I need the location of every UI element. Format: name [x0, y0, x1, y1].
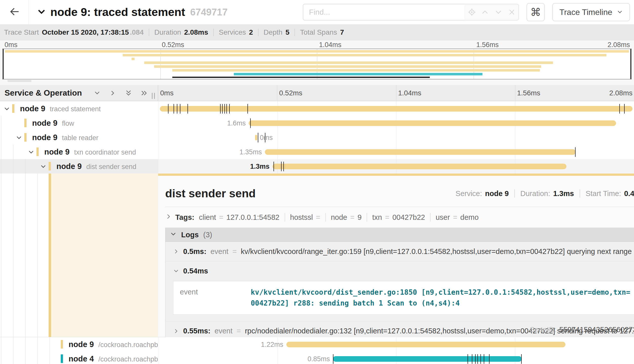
span-row-timeline-cell[interactable]: 1.35ms: [158, 145, 634, 159]
span-row[interactable]: node 9flow1.6ms: [0, 116, 634, 130]
span-row[interactable]: node 9/cockroach.roachpb.I...1.22ms: [0, 337, 634, 352]
tag-item[interactable]: node=9: [331, 213, 362, 222]
keyboard-shortcuts-button[interactable]: ⌘: [526, 3, 545, 21]
span-row[interactable]: node 9traced statement: [0, 101, 634, 116]
columns-header: Service & Operation: [0, 85, 634, 101]
chevron-down-icon[interactable]: [28, 149, 34, 155]
column-resize-handle[interactable]: [152, 93, 155, 99]
span-row[interactable]: node 9dist sender send1.3ms: [0, 159, 634, 174]
arrow-left-icon: [9, 6, 20, 18]
span-row-timeline-cell[interactable]: [158, 101, 634, 116]
span-duration-bar[interactable]: [333, 356, 522, 362]
span-row-label[interactable]: node 4/cockroach.roachpb.I...: [69, 354, 167, 363]
chevron-down-icon[interactable]: [4, 105, 10, 112]
span-row-timeline-cell[interactable]: 1.6ms: [158, 116, 634, 130]
span-row-label[interactable]: node 9txn coordinator send: [44, 147, 136, 157]
tree-guide-line: [13, 174, 13, 337]
chevron-down-icon[interactable]: [37, 7, 46, 17]
tag-key: hostssl: [290, 213, 313, 222]
log-event-tick: [477, 354, 478, 364]
service-name: node 9: [69, 340, 94, 349]
service-color-chip: [61, 340, 63, 349]
span-row-label[interactable]: node 9traced statement: [20, 104, 101, 113]
tags-row[interactable]: Tags: client=127.0.0.1:54582hostssl=node…: [165, 213, 634, 222]
log-event-tick: [174, 104, 174, 114]
span-row-timeline-cell[interactable]: 1.22ms: [158, 337, 634, 352]
tag-value: demo: [460, 213, 479, 222]
log-timestamp: 0.55ms:: [183, 327, 210, 335]
span-row-name-cell[interactable]: node 9traced statement: [0, 101, 158, 116]
back-button[interactable]: [0, 0, 29, 24]
equals-sign: =: [316, 213, 320, 222]
span-duration-bar[interactable]: [286, 342, 566, 347]
tag-item[interactable]: user=demo: [436, 213, 479, 222]
tag-item[interactable]: client=127.0.0.1:54582: [199, 213, 279, 222]
log-event-tick: [624, 104, 625, 114]
span-row[interactable]: node 4/cockroach.roachpb.I...0.85ms: [0, 352, 634, 364]
chevron-down-icon[interactable]: [16, 134, 22, 141]
span-duration-bar[interactable]: [249, 120, 616, 126]
ruler-tick-label: 1.56ms: [517, 89, 540, 97]
double-chevron-down-icon[interactable]: [124, 89, 133, 97]
span-row-timeline-cell[interactable]: 0.85ms: [158, 352, 634, 364]
span-duration-bar[interactable]: [160, 106, 633, 112]
chevron-down-icon: [170, 231, 177, 239]
span-row-name-cell[interactable]: node 9dist sender send: [0, 159, 158, 174]
ruler-gridline: [396, 85, 396, 101]
span-name: dist sender send: [165, 187, 256, 200]
tag-item[interactable]: hostssl=: [290, 213, 320, 222]
close-icon[interactable]: [507, 8, 517, 16]
minimap-scrubber-handle[interactable]: [8, 80, 31, 82]
meta-value: node 9: [485, 189, 509, 198]
find-input[interactable]: [303, 4, 465, 20]
logs-header[interactable]: Logs (3): [165, 228, 634, 242]
span-row[interactable]: node 9txn coordinator send1.35ms: [0, 145, 634, 159]
double-chevron-right-icon[interactable]: [140, 89, 148, 97]
span-row-name-cell[interactable]: node 9/cockroach.roachpb.I...: [0, 337, 158, 352]
span-row-name-cell[interactable]: node 9flow: [0, 116, 158, 130]
log-field-key: event: [180, 287, 251, 309]
span-row-name-cell[interactable]: node 9txn coordinator send: [0, 145, 158, 159]
tree-guide-line: [1, 337, 1, 352]
tag-item[interactable]: txn=00427b22: [372, 213, 425, 222]
log-entry-toggle[interactable]: 0.54ms: [173, 261, 634, 281]
span-duration-bar[interactable]: [272, 164, 566, 169]
tree-guide-line: [13, 145, 13, 159]
log-event-tick: [224, 104, 225, 114]
span-row-label[interactable]: node 9/cockroach.roachpb.I...: [69, 340, 167, 349]
locate-icon[interactable]: [467, 8, 477, 16]
span-row-timeline-cell[interactable]: 1.3ms: [158, 159, 634, 174]
minimap-canvas[interactable]: [3, 49, 631, 79]
span-rows-bottom: node 9/cockroach.roachpb.I...1.22msnode …: [0, 337, 634, 364]
equals-sign: =: [237, 327, 241, 335]
chevron-up-icon[interactable]: [480, 8, 490, 16]
tree-guide-line: [50, 352, 50, 364]
chevron-down-icon[interactable]: [493, 8, 503, 16]
service-name: node 9: [56, 162, 82, 171]
span-duration-bar[interactable]: [255, 135, 257, 140]
span-row-label[interactable]: node 9table reader: [32, 133, 98, 142]
minimap-scrub-bar[interactable]: [172, 77, 430, 78]
tree-guide-line: [13, 352, 13, 364]
span-row-label[interactable]: node 9dist sender send: [56, 162, 136, 171]
collapse-all-icon[interactable]: [93, 89, 101, 97]
span-duration-bar[interactable]: [265, 149, 576, 155]
chevron-down-icon[interactable]: [40, 163, 47, 170]
span-row-name-cell[interactable]: node 9table reader: [0, 130, 158, 145]
log-fields-table: eventkv/kvclient/kvcoord/dist_sender.go:…: [173, 281, 634, 315]
span-row-timeline-cell[interactable]: 0ms: [158, 130, 634, 145]
minimap-span-bar: [234, 73, 482, 75]
trace-view-select[interactable]: Trace Timeline: [552, 3, 630, 21]
operation-name: table reader: [62, 134, 98, 142]
expand-one-icon[interactable]: [109, 89, 117, 97]
span-row[interactable]: node 9table reader0ms: [0, 130, 634, 145]
ruler-gridline: [277, 85, 277, 101]
tree-guide-line: [1, 116, 1, 130]
trace-id: 6749717: [190, 7, 228, 18]
collapse-controls: [93, 89, 148, 97]
log-entry-toggle[interactable]: 0.5ms:event=kv/kvclient/kvcoord/range_it…: [173, 242, 634, 261]
span-row-label[interactable]: node 9flow: [32, 119, 74, 128]
span-row-name-cell[interactable]: node 4/cockroach.roachpb.I...: [0, 352, 158, 364]
stat-trace-start: Trace StartOctober 15 2020, 17:38:15.084: [4, 28, 144, 36]
stat-separator: [294, 29, 295, 36]
